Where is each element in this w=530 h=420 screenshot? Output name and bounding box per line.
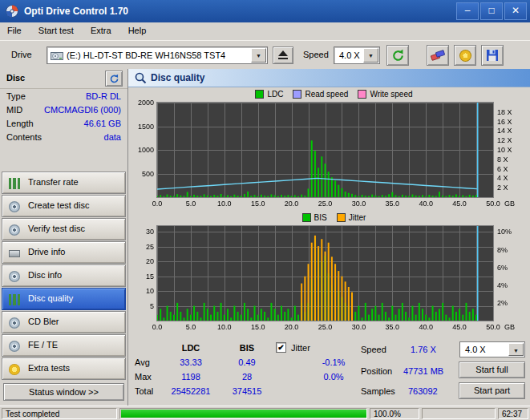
speed-stat-select[interactable]: 4.0 X ▼ [459, 341, 525, 357]
speed-stat-select-arrow[interactable]: ▼ [508, 343, 524, 356]
transfer-rate-icon [9, 178, 20, 189]
write-speed-legend-swatch [358, 90, 366, 99]
start-part-button[interactable]: Start part [459, 382, 525, 399]
read-speed-legend-swatch [293, 90, 301, 99]
disc-refresh-button[interactable] [105, 71, 123, 87]
disc-length-value: 46.61 GB [84, 119, 121, 128]
drive-value: (E:) HL-DT-ST BD-RE WH16NS58 TST4 [67, 50, 225, 60]
main-panel-header: Disc quality [128, 69, 530, 87]
drive-icon [51, 51, 63, 61]
sidebar-item-verify-test-disc[interactable]: Verify test disc [2, 218, 126, 240]
status-window-button[interactable]: Status window >> [3, 383, 124, 401]
drive-label: Drive [11, 50, 32, 59]
max-bis-value: 28 [223, 372, 271, 382]
position-stat-label: Position [361, 366, 392, 376]
settings-button[interactable] [454, 45, 476, 66]
drive-info-icon [9, 250, 20, 257]
window-title: Opti Drive Control 1.70 [24, 6, 456, 17]
disc-info-row: Length 46.61 GB [6, 119, 121, 132]
eject-icon [273, 50, 293, 59]
progress-fill [121, 410, 367, 418]
sidebar-item-label: FE / TE [28, 340, 58, 349]
bis-legend-label: BIS [314, 213, 327, 222]
cd-bler-icon [9, 317, 20, 329]
sidebar-item-drive-info[interactable]: Drive info [2, 241, 126, 264]
menu-file[interactable]: File [0, 22, 29, 38]
progress-percent: 100.0% [370, 408, 419, 419]
progress-bar [119, 408, 367, 419]
bis-chart [131, 223, 527, 333]
main-panel: Disc quality LDC Read speed Write speed … [128, 69, 530, 406]
sidebar-item-create-test-disc[interactable]: Create test disc [2, 195, 126, 217]
sidebar-item-extra-tests[interactable]: Extra tests [2, 357, 126, 380]
disc-length-label: Length [6, 119, 34, 128]
sidebar-item-label: CD Bler [28, 317, 59, 326]
save-icon [486, 49, 499, 62]
refresh-icon [391, 49, 405, 63]
drive-select[interactable]: (E:) HL-DT-ST BD-RE WH16NS58 TST4 ▼ [47, 46, 268, 64]
sidebar-item-fe-te[interactable]: FE / TE [2, 334, 126, 357]
max-row-label: Max [135, 372, 152, 382]
ldc-chart [131, 99, 527, 210]
minimize-button[interactable]: – [456, 2, 479, 20]
ldc-legend-swatch [255, 90, 264, 99]
disc-info-row: Type BD-R DL [6, 91, 121, 105]
save-button[interactable] [481, 45, 504, 66]
menu-extra[interactable]: Extra [83, 22, 119, 38]
status-bar: Test completed 100.0% 62:37 [0, 406, 530, 420]
erase-disc-button[interactable] [427, 45, 449, 66]
drive-dropdown-arrow[interactable]: ▼ [251, 48, 266, 63]
speed-dropdown-arrow[interactable]: ▼ [363, 48, 378, 63]
disc-type-label: Type [6, 91, 26, 101]
maximize-button[interactable]: □ [480, 2, 503, 20]
stats-panel: LDC BIS ✔ Jitter Avg 33.33 0.49 -0.1% Ma… [128, 335, 530, 406]
avg-ldc-value: 33.33 [155, 357, 227, 367]
elapsed-time: 62:37 [498, 408, 528, 419]
sidebar-item-disc-info[interactable]: Disc info [2, 265, 126, 287]
sidebar-item-disc-quality[interactable]: Disc quality [2, 288, 126, 310]
sidebar-item-transfer-rate[interactable]: Transfer rate [2, 172, 126, 194]
samples-stat-value: 763092 [408, 386, 438, 396]
total-bis-value: 374515 [223, 386, 271, 396]
menu-start-test[interactable]: Start test [31, 22, 81, 38]
menu-bar: File Start test Extra Help [0, 22, 530, 40]
sidebar-item-label: Transfer rate [28, 177, 79, 187]
disc-panel-header: Disc [0, 69, 127, 89]
ldc-legend-label: LDC [267, 90, 283, 99]
title-bar: Opti Drive Control 1.70 – □ ✕ [0, 0, 530, 22]
avg-jitter-value: -0.1% [310, 357, 358, 367]
disc-mid-value: CMCMAGDI6 (000) [44, 105, 121, 115]
speed-select[interactable]: 4.0 X ▼ [334, 46, 380, 64]
disc-info-icon [9, 271, 20, 282]
menu-help[interactable]: Help [121, 22, 154, 38]
read-speed-legend-label: Read speed [305, 90, 348, 99]
gear-icon [459, 50, 471, 62]
disc-quality-icon [9, 294, 20, 305]
bis-legend-swatch [302, 213, 311, 222]
speed-stat-value: 1.76 X [411, 345, 436, 354]
disc-contents-value: data [104, 132, 121, 142]
refresh-button[interactable] [386, 45, 409, 66]
start-full-button[interactable]: Start full [459, 361, 525, 378]
toolbar: Drive (E:) HL-DT-ST BD-RE WH16NS58 TST4 … [0, 40, 530, 71]
eraser-icon [431, 49, 445, 62]
avg-row-label: Avg [135, 357, 150, 367]
fe-te-icon [9, 341, 20, 352]
jitter-legend-swatch [337, 213, 346, 222]
sidebar-item-cd-bler[interactable]: CD Bler [2, 311, 126, 333]
bis-column-header: BIS [223, 343, 271, 353]
close-button[interactable]: ✕ [504, 2, 527, 20]
position-stat-value: 47731 MB [403, 366, 443, 376]
max-ldc-value: 1198 [155, 372, 227, 382]
disc-contents-label: Contents [6, 132, 42, 142]
eject-button[interactable] [273, 46, 293, 64]
verify-test-disc-icon [9, 224, 20, 236]
sidebar-item-label: Verify test disc [28, 224, 85, 233]
total-row-label: Total [135, 386, 153, 396]
sidebar-item-label: Drive info [28, 247, 65, 256]
samples-stat-label: Samples [361, 386, 395, 396]
speed-stat-label: Speed [361, 345, 386, 354]
jitter-checkbox[interactable]: ✔ [276, 342, 286, 353]
sidebar-item-label: Create test disc [28, 200, 89, 210]
disc-info-row: Contents data [6, 132, 121, 146]
